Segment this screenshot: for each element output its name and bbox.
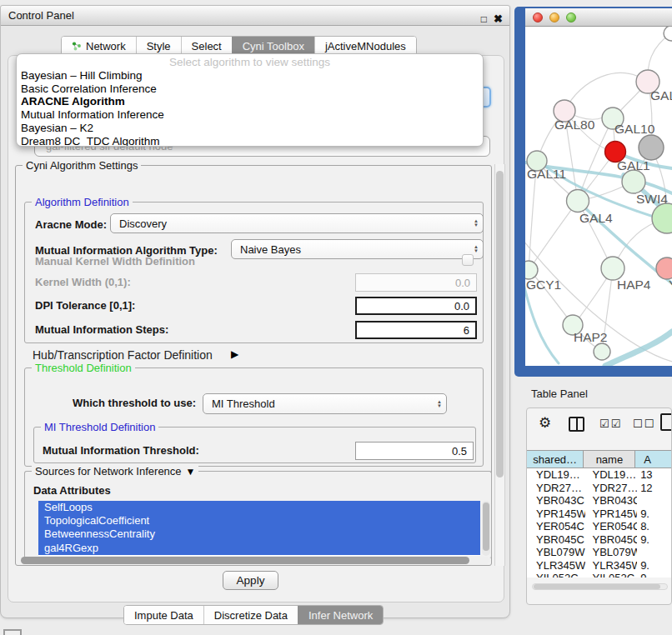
- hub-definition-label[interactable]: Hub/Transcription Factor Definition: [33, 348, 213, 362]
- data-attribute-item[interactable]: BetweennessCentrality: [38, 528, 480, 541]
- kernel-width-label: Kernel Width (0,1):: [35, 276, 131, 289]
- cell: YBR043C: [585, 494, 638, 507]
- algorithm-option[interactable]: Dream8 DC_TDC Algorithm: [17, 135, 483, 147]
- algorithm-option[interactable]: Bayesian – K2: [17, 122, 483, 135]
- network-node-gal1[interactable]: [622, 170, 645, 193]
- data-attribute-item[interactable]: gal4RGexp: [38, 542, 480, 555]
- mi-steps-field[interactable]: 6: [355, 321, 477, 339]
- cell: YDL19…: [527, 468, 585, 481]
- columns-icon[interactable]: [569, 417, 584, 432]
- tab-discretize-data[interactable]: Discretize Data: [203, 606, 298, 624]
- tab-impute-data[interactable]: Impute Data: [124, 606, 203, 624]
- collapsed-panel-icon[interactable]: [3, 629, 22, 635]
- cell: YBL079W: [585, 546, 638, 558]
- cell: 9.: [637, 508, 672, 520]
- network-node-swi4[interactable]: [652, 203, 672, 233]
- network-canvas[interactable]: GALGAL80GAL10GAL1GAL11GAL4SWI4HAP4YGCY1H…: [525, 27, 672, 366]
- network-node-y[interactable]: [656, 258, 672, 279]
- tab-label: Cyni Toolbox: [243, 40, 304, 52]
- network-node-gcy1[interactable]: [525, 261, 538, 279]
- tab-infer-network[interactable]: Infer Network: [298, 606, 383, 624]
- table-row[interactable]: YDL19…YDL19…13: [527, 468, 672, 482]
- sources-group: Sources for Network Inference ▼ Data Att…: [24, 471, 492, 558]
- node-label: SWI4: [636, 192, 668, 206]
- dropdown-items: Bayesian – Hill ClimbingBasic Correlatio…: [17, 69, 483, 147]
- mi-threshold-label: Mutual Information Threshold:: [43, 444, 199, 458]
- column-header[interactable]: name: [584, 451, 635, 468]
- tab-label: Style: [147, 40, 171, 52]
- node-label: GAL11: [527, 167, 566, 181]
- float-window-icon[interactable]: □: [481, 9, 487, 29]
- algorithm-option[interactable]: ARACNE Algorithm: [17, 95, 483, 108]
- tab-label: Infer Network: [308, 609, 373, 622]
- which-threshold-combo[interactable]: MI Threshold ▲▼: [203, 393, 447, 414]
- node-label: GAL1: [617, 158, 650, 172]
- tab-cyni-toolbox[interactable]: Cyni Toolbox: [232, 37, 314, 55]
- node-label: GCY1: [526, 278, 561, 292]
- cell: 9.: [637, 559, 672, 572]
- network-window-titlebar[interactable]: [525, 8, 672, 27]
- network-node[interactable]: [639, 135, 664, 160]
- aracne-mode-combo[interactable]: Discovery ▲▼: [110, 213, 484, 233]
- node-label: GAL10: [614, 122, 655, 136]
- tab-label: jActiveMNodules: [325, 40, 406, 52]
- algorithm-option[interactable]: Mutual Information Inference: [17, 108, 483, 122]
- table-row[interactable]: YPR145WYPR145W9.: [527, 508, 672, 521]
- dpi-tolerance-field[interactable]: 0.0: [355, 297, 477, 315]
- apply-button[interactable]: Apply: [223, 571, 278, 590]
- algorithm-option[interactable]: Basic Correlation Inference: [17, 82, 483, 96]
- network-view-window: GALGAL80GAL10GAL1GAL11GAL4SWI4HAP4YGCY1H…: [514, 7, 672, 377]
- mi-type-value: Naive Bayes: [240, 243, 469, 256]
- cell: YIL052C: [585, 572, 638, 578]
- tab-label: Impute Data: [134, 609, 193, 622]
- node-label: HAP2: [574, 330, 608, 344]
- table-row[interactable]: YDR27…YDR27…12: [527, 482, 672, 495]
- dropdown-placeholder: Select algorithm to view settings: [17, 56, 483, 69]
- zoom-window-button[interactable]: [566, 12, 576, 22]
- expand-right-icon[interactable]: ▶: [231, 348, 238, 360]
- checked-boxes-icon[interactable]: ☑☑: [599, 418, 622, 430]
- attributes-scrollbar[interactable]: [482, 501, 490, 556]
- cell: 12: [637, 482, 672, 494]
- cell: YLR345W: [585, 559, 638, 572]
- algorithm-option[interactable]: Bayesian – Hill Climbing: [17, 69, 483, 82]
- manual-kernel-checkbox[interactable]: [462, 254, 474, 266]
- unchecked-boxes-icon[interactable]: ☐☐: [633, 418, 655, 430]
- tab-label: Discretize Data: [214, 609, 288, 622]
- document-icon[interactable]: [660, 413, 672, 431]
- data-attribute-item[interactable]: SelfLoops: [38, 501, 480, 514]
- table-row[interactable]: YLR345WYLR345W9.: [527, 559, 672, 572]
- cyni-bottom-tabbar: Impute DataDiscretize DataInfer Network: [123, 605, 384, 625]
- mi-type-combo[interactable]: Naive Bayes ▲▼: [231, 239, 484, 259]
- table-row[interactable]: YBR045CYBR045C9.: [527, 533, 672, 547]
- data-attributes-label: Data Attributes: [33, 484, 111, 498]
- network-node[interactable]: [594, 343, 610, 360]
- close-window-button[interactable]: [533, 12, 543, 22]
- tab-style[interactable]: Style: [136, 37, 181, 55]
- column-header[interactable]: shared…: [527, 451, 584, 468]
- column-header[interactable]: A: [635, 451, 672, 468]
- tab-select[interactable]: Select: [181, 37, 232, 55]
- control-panel-titlebar[interactable]: Control Panel □ ✖: [1, 6, 509, 26]
- tab-jactivemnodules[interactable]: jActiveMNodules: [314, 37, 416, 55]
- cell: 9: [637, 572, 672, 578]
- table-row[interactable]: YBL079WYBL079W: [527, 546, 672, 559]
- collapse-down-icon[interactable]: ▼: [186, 466, 196, 478]
- settings-horizontal-scrollbar[interactable]: [21, 557, 489, 564]
- data-attribute-item[interactable]: TopologicalCoefficient: [38, 514, 480, 528]
- minimize-window-button[interactable]: [549, 12, 559, 22]
- gear-icon[interactable]: ⚙: [539, 414, 551, 432]
- tab-network[interactable]: Network: [62, 37, 136, 55]
- table-header-row: shared…nameA: [527, 450, 672, 468]
- close-panel-icon[interactable]: ✖: [494, 9, 503, 29]
- table-row[interactable]: YIL052CYIL052C9: [527, 572, 672, 578]
- table-body: YDL19…YDL19…13YDR27…YDR27…12YBR043CYBR04…: [527, 468, 672, 578]
- table-row[interactable]: YER054CYER054C8.: [527, 520, 672, 533]
- settings-vertical-scrollbar[interactable]: [494, 164, 505, 566]
- table-horizontal-scrollbar[interactable]: [532, 583, 668, 590]
- table-row[interactable]: YBR043CYBR043C: [527, 494, 672, 508]
- network-node-gal4[interactable]: [567, 190, 589, 212]
- mi-steps-label: Mutual Information Steps:: [35, 323, 168, 337]
- network-node-hap4[interactable]: [601, 257, 624, 280]
- mi-threshold-field[interactable]: 0.5: [355, 442, 474, 460]
